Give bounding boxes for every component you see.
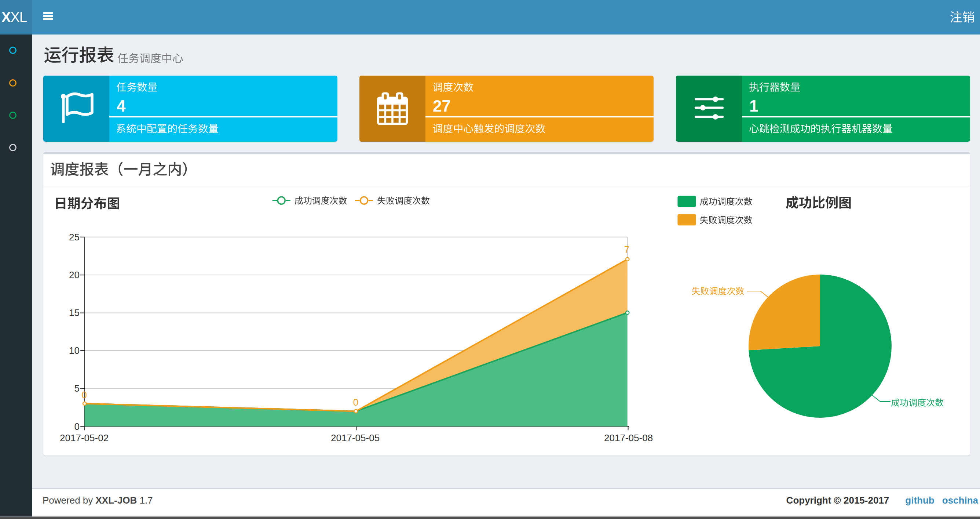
svg-text:10: 10 (69, 345, 80, 356)
svg-text:7: 7 (624, 244, 629, 255)
svg-text:2017-05-05: 2017-05-05 (331, 433, 380, 443)
svg-text:0: 0 (353, 397, 358, 408)
svg-text:5: 5 (75, 383, 80, 394)
svg-text:15: 15 (69, 307, 80, 318)
svg-text:25: 25 (69, 232, 80, 243)
svg-text:2017-05-08: 2017-05-08 (604, 433, 653, 443)
svg-text:0: 0 (82, 390, 87, 401)
svg-text:0: 0 (75, 421, 80, 432)
svg-text:20: 20 (69, 270, 80, 280)
svg-text:2017-05-02: 2017-05-02 (60, 433, 108, 443)
